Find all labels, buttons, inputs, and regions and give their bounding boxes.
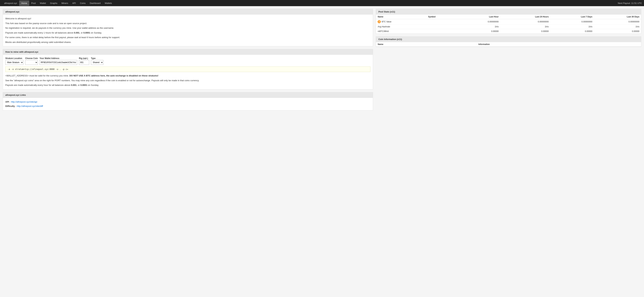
nav-brand[interactable]: afinepool.xyz bbox=[2, 0, 19, 6]
btc-label: BTC Value bbox=[382, 20, 391, 23]
coin-group: Choose Coin bbox=[25, 57, 38, 65]
coin-info-card: Coin Information (x11) Name Information bbox=[376, 36, 641, 47]
navbar: afinepool.xyz Home Pool Wallet Graphs Mi… bbox=[0, 0, 644, 6]
right-column: Pool Stats (x11) Name Symbol Last Hour L… bbox=[376, 9, 641, 110]
stratum-select[interactable]: Main Stratum bbox=[5, 60, 24, 65]
btc-name-cell: ₿ BTC Value bbox=[378, 20, 425, 23]
welcome-card: afinepool.xyz Welcome to afinepool.xyz! … bbox=[3, 9, 373, 46]
col-last-24h: Last 24 Hours bbox=[500, 14, 550, 19]
row-last-24h: 0.00000 bbox=[500, 29, 550, 34]
pool-stats-card: Pool Stats (x11) Name Symbol Last Hour L… bbox=[376, 9, 641, 34]
pool-stats-body: Name Symbol Last Hour Last 24 Hours Last… bbox=[376, 14, 641, 33]
col-symbol: Symbol bbox=[426, 14, 458, 19]
row-name: ₿ BTC Value bbox=[376, 19, 426, 24]
mining-card-title: How to mine with afinepool.xyz bbox=[3, 49, 373, 55]
nav-dashboard[interactable]: Dashboard bbox=[88, 0, 103, 6]
row-last-hour: 1h/s bbox=[458, 24, 500, 29]
nav-wallets[interactable]: Wallets bbox=[103, 0, 114, 6]
row-last-30d: 0.00000 bbox=[594, 29, 641, 34]
nav-wallet[interactable]: Wallet bbox=[38, 0, 48, 6]
col-last-7d: Last 7 Days bbox=[550, 14, 594, 19]
warning-text: <WALLET_ADDRESS> must be valid for the c… bbox=[5, 74, 370, 77]
links-card: afinepool.xyz Links API - http://afinepo… bbox=[3, 92, 373, 110]
table-row: mBTC/Mh/d 0.00000 0.00000 0.00000 0.0000… bbox=[376, 29, 641, 34]
wallet-input[interactable] bbox=[40, 60, 77, 65]
nav-coins[interactable]: Coins bbox=[78, 0, 88, 6]
nav-miners[interactable]: Miners bbox=[60, 0, 70, 6]
welcome-line-5: For some coins, there is an initial dela… bbox=[5, 36, 370, 39]
stratum-group: Stratum Location Main Stratum bbox=[5, 57, 24, 65]
coin-select[interactable] bbox=[25, 60, 38, 65]
wallet-label: Your Wallet Address bbox=[40, 57, 77, 59]
welcome-card-title: afinepool.xyz bbox=[3, 9, 373, 14]
coin-col-name: Name bbox=[376, 42, 476, 47]
btc-icon: ₿ bbox=[378, 20, 381, 23]
mining-card: How to mine with afinepool.xyz Stratum L… bbox=[3, 49, 373, 89]
row-last-24h: 1h/s bbox=[500, 24, 550, 29]
welcome-line-1: Welcome to afinepool.xyz! bbox=[5, 17, 370, 20]
welcome-line-2: This fork was based on the yaamp source … bbox=[5, 22, 370, 25]
coin-col-info: Information bbox=[477, 42, 641, 47]
coin-info-table: Name Information bbox=[376, 42, 641, 47]
welcome-line-3: No registration is required, we do payou… bbox=[5, 26, 370, 30]
left-column: afinepool.xyz Welcome to afinepool.xyz! … bbox=[3, 9, 373, 110]
table-row: Avg Hashrate 1h/s 1h/s 1h/s 1h/s bbox=[376, 24, 641, 29]
stratum-label: Stratum Location bbox=[5, 57, 24, 59]
type-label: Type bbox=[91, 57, 104, 59]
api-link-row: API - http://afinepool.xyz/site/api bbox=[5, 100, 370, 104]
mining-form-row: Stratum Location Main Stratum Choose Coi… bbox=[5, 57, 370, 65]
col-name: Name bbox=[376, 14, 426, 19]
row-symbol bbox=[426, 19, 458, 24]
row-last-7d: 0.00000 bbox=[550, 29, 594, 34]
col-last-30d: Last 30 Days bbox=[594, 14, 641, 19]
difficulty-link[interactable]: http://afinepool.xyz/site/diff bbox=[17, 105, 43, 107]
nav-pool[interactable]: Pool bbox=[29, 0, 38, 6]
info-line-2: Payouts are made automatically every hou… bbox=[5, 83, 370, 87]
row-last-30d: 1h/s bbox=[594, 24, 641, 29]
nav-graphs[interactable]: Graphs bbox=[48, 0, 60, 6]
type-group: Type Shared Solo bbox=[91, 57, 104, 65]
difficulty-link-row: Difficulty - http://afinepool.xyz/site/d… bbox=[5, 104, 370, 108]
row-symbol bbox=[426, 24, 458, 29]
command-box: -a -o stratum+tcp://afinepool.xyz:0000 -… bbox=[5, 66, 370, 72]
row-last-30d: 0.00000000 bbox=[594, 19, 641, 24]
col-last-hour: Last Hour bbox=[458, 14, 500, 19]
row-name: mBTC/Mh/d bbox=[376, 29, 426, 34]
pool-stats-table: Name Symbol Last Hour Last 24 Hours Last… bbox=[376, 14, 641, 33]
welcome-line-4: Payouts are made automatically every 1 h… bbox=[5, 31, 370, 34]
links-card-title: afinepool.xyz Links bbox=[3, 92, 373, 98]
info-line-1: See the "afinepool.xyz coins" area on th… bbox=[5, 79, 370, 82]
next-payout: Next Payout: 11:51 UTC bbox=[618, 2, 642, 4]
rig-label: Rig (opt.) bbox=[79, 57, 89, 59]
type-select[interactable]: Shared Solo bbox=[91, 60, 104, 65]
coin-info-title: Coin Information (x11) bbox=[376, 36, 641, 42]
links-card-body: API - http://afinepool.xyz/site/api Diff… bbox=[3, 98, 373, 110]
row-symbol bbox=[426, 29, 458, 34]
row-name: Avg Hashrate bbox=[376, 24, 426, 29]
welcome-card-body: Welcome to afinepool.xyz! This fork was … bbox=[3, 14, 373, 46]
coin-info-body: Name Information bbox=[376, 42, 641, 47]
api-link[interactable]: http://afinepool.xyz/site/api bbox=[11, 100, 37, 103]
mining-card-body: Stratum Location Main Stratum Choose Coi… bbox=[3, 55, 373, 89]
table-row: ₿ BTC Value 0.00000000 0.00000000 0.0000… bbox=[376, 19, 641, 24]
nav-home[interactable]: Home bbox=[19, 0, 29, 6]
row-last-hour: 0.00000 bbox=[458, 29, 500, 34]
wallet-group: Your Wallet Address bbox=[40, 57, 77, 65]
rig-group: Rig (opt.) bbox=[79, 57, 89, 65]
rig-input[interactable] bbox=[79, 60, 89, 65]
row-last-hour: 0.00000000 bbox=[458, 19, 500, 24]
pool-stats-title: Pool Stats (x11) bbox=[376, 9, 641, 14]
row-last-24h: 0.00000000 bbox=[500, 19, 550, 24]
coin-label: Choose Coin bbox=[25, 57, 38, 59]
nav-api[interactable]: API bbox=[70, 0, 78, 6]
row-last-7d: 1h/s bbox=[550, 24, 594, 29]
welcome-line-6: Blocks are distributed proportionally am… bbox=[5, 40, 370, 44]
row-last-7d: 0.00000000 bbox=[550, 19, 594, 24]
